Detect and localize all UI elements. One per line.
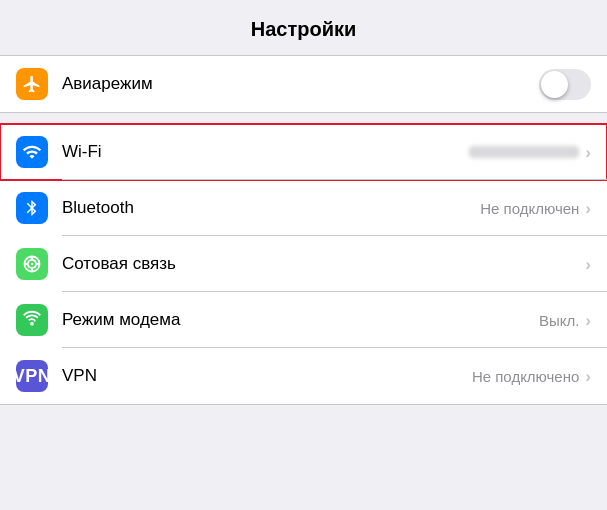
vpn-value: Не подключено — [472, 368, 579, 385]
hotspot-icon — [21, 309, 43, 331]
bluetooth-icon-wrap — [16, 192, 48, 224]
hotspot-icon-wrap — [16, 304, 48, 336]
wifi-icon — [22, 142, 42, 162]
airplane-label: Авиарежим — [62, 74, 539, 94]
settings-row-cellular[interactable]: Сотовая связь › — [0, 236, 607, 292]
page-title: Настройки — [0, 0, 607, 55]
wifi-chevron: › — [585, 144, 591, 161]
bluetooth-icon — [23, 198, 41, 218]
settings-row-hotspot[interactable]: Режим модема Выкл. › — [0, 292, 607, 348]
vpn-label: VPN — [62, 366, 472, 386]
airplane-toggle[interactable] — [539, 69, 591, 100]
settings-group-connectivity: Wi-Fi › Bluetooth Не подключен › Со — [0, 123, 607, 405]
vpn-icon: VPN — [13, 366, 52, 387]
bluetooth-label: Bluetooth — [62, 198, 480, 218]
cellular-chevron: › — [585, 256, 591, 273]
bluetooth-chevron: › — [585, 200, 591, 217]
settings-row-bluetooth[interactable]: Bluetooth Не подключен › — [0, 180, 607, 236]
settings-row-wifi[interactable]: Wi-Fi › — [0, 124, 607, 180]
cellular-label: Сотовая связь — [62, 254, 585, 274]
airplane-icon-wrap — [16, 68, 48, 100]
hotspot-value: Выкл. — [539, 312, 579, 329]
cellular-icon — [22, 254, 42, 274]
wifi-value-blurred — [469, 146, 579, 158]
vpn-chevron: › — [585, 368, 591, 385]
wifi-icon-wrap — [16, 136, 48, 168]
svg-point-2 — [31, 263, 34, 266]
bluetooth-value: Не подключен — [480, 200, 579, 217]
settings-group-airplane: Авиарежим — [0, 55, 607, 113]
vpn-icon-wrap: VPN — [16, 360, 48, 392]
airplane-icon — [22, 74, 42, 94]
settings-row-airplane[interactable]: Авиарежим — [0, 56, 607, 112]
cellular-icon-wrap — [16, 248, 48, 280]
settings-row-vpn[interactable]: VPN VPN Не подключено › — [0, 348, 607, 404]
hotspot-label: Режим модема — [62, 310, 539, 330]
hotspot-chevron: › — [585, 312, 591, 329]
wifi-label: Wi-Fi — [62, 142, 469, 162]
